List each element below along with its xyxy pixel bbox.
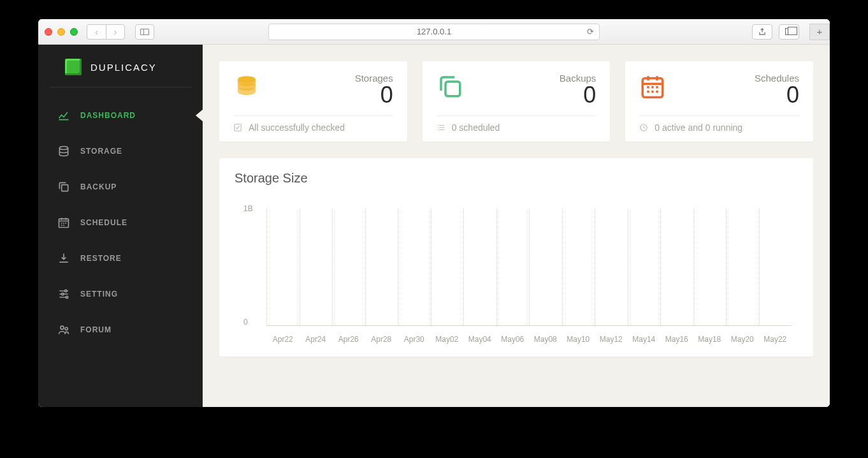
title-bar: ‹ › 127.0.0.1 ⟳ + xyxy=(38,19,830,45)
svg-point-7 xyxy=(65,327,68,330)
x-tick: Apr30 xyxy=(398,335,431,344)
address-bar[interactable]: 127.0.0.1 ⟳ xyxy=(268,24,600,40)
sidebar-item-label: BACKUP xyxy=(80,182,117,191)
x-tick: May18 xyxy=(693,335,727,344)
sidebar-item-setting[interactable]: SETTING xyxy=(38,276,203,312)
sidebar-item-label: SCHEDULE xyxy=(80,218,127,227)
window-controls xyxy=(45,28,78,36)
card-schedules: Schedules 0 0 active and 0 running xyxy=(625,61,813,142)
users-icon xyxy=(57,323,70,336)
url-text: 127.0.0.1 xyxy=(417,27,451,36)
card-footer-text: 0 scheduled xyxy=(452,122,500,133)
card-footer: 0 scheduled xyxy=(437,122,597,133)
svg-point-5 xyxy=(66,296,68,298)
sidebar-toggle-button[interactable] xyxy=(135,24,154,40)
svg-point-6 xyxy=(61,326,64,329)
sidebar-item-label: DASHBOARD xyxy=(80,111,136,120)
brand-logo-icon xyxy=(65,59,82,75)
sliders-icon xyxy=(57,288,70,300)
coins-icon xyxy=(233,73,260,100)
zoom-window-button[interactable] xyxy=(70,28,78,36)
download-icon xyxy=(57,252,70,265)
brand-name: DUPLICACY xyxy=(90,62,157,73)
x-tick: May04 xyxy=(463,335,496,344)
storage-size-panel: Storage Size 1B 0 Apr22 Apr24 Apr26 xyxy=(219,158,813,357)
divider xyxy=(639,115,799,116)
svg-point-0 xyxy=(59,147,68,150)
nav-buttons: ‹ › xyxy=(87,24,125,40)
card-footer: All successfully checked xyxy=(233,122,393,133)
sidebar-item-label: RESTORE xyxy=(80,254,122,263)
share-icon xyxy=(758,27,767,36)
card-footer: 0 active and 0 running xyxy=(639,122,799,133)
browser-window: ‹ › 127.0.0.1 ⟳ + DUP xyxy=(38,19,830,407)
x-tick: May06 xyxy=(496,335,530,344)
x-tick: May22 xyxy=(759,335,792,344)
chart-grid xyxy=(266,209,792,326)
card-footer-text: 0 active and 0 running xyxy=(655,122,742,133)
minimize-window-button[interactable] xyxy=(57,28,65,36)
sidebar-item-label: SETTING xyxy=(80,290,118,299)
toolbar-right: + xyxy=(752,24,823,40)
share-button[interactable] xyxy=(752,24,772,40)
reload-icon[interactable]: ⟳ xyxy=(587,27,594,36)
x-tick: May10 xyxy=(562,335,595,344)
app-body: DUPLICACY DASHBOARD STORAGE xyxy=(38,45,830,407)
card-value: 0 xyxy=(560,84,597,107)
svg-point-4 xyxy=(62,293,64,295)
x-tick: May14 xyxy=(628,335,661,344)
x-tick: Apr22 xyxy=(266,335,300,344)
sidebar-item-forum[interactable]: FORUM xyxy=(38,312,203,348)
x-tick: Apr24 xyxy=(300,335,333,344)
svg-rect-10 xyxy=(445,82,460,96)
main-content: Storages 0 All successfully checked xyxy=(203,45,830,407)
sidebar-item-storage[interactable]: STORAGE xyxy=(38,133,203,169)
tabs-button[interactable] xyxy=(779,24,799,40)
sidebar-item-backup[interactable]: BACKUP xyxy=(38,169,203,205)
sidebar-item-restore[interactable]: RESTORE xyxy=(38,240,203,276)
brand: DUPLICACY xyxy=(50,45,191,87)
chart-line-icon xyxy=(57,109,70,122)
back-button[interactable]: ‹ xyxy=(87,24,106,40)
card-backups: Backups 0 0 scheduled xyxy=(423,61,611,142)
x-tick: May02 xyxy=(431,335,464,344)
copy-icon xyxy=(437,73,463,100)
sidebar-item-dashboard[interactable]: DASHBOARD xyxy=(38,98,203,133)
check-square-icon xyxy=(233,123,242,132)
copy-icon xyxy=(57,181,70,193)
card-footer-text: All successfully checked xyxy=(249,122,345,133)
sidebar-icon xyxy=(140,29,149,35)
x-tick: Apr28 xyxy=(365,335,398,344)
divider xyxy=(233,115,393,116)
x-axis-labels: Apr22 Apr24 Apr26 Apr28 Apr30 May02 May0… xyxy=(266,335,792,344)
card-value: 0 xyxy=(355,84,393,107)
card-value: 0 xyxy=(755,84,799,107)
sidebar-item-schedule[interactable]: SCHEDULE xyxy=(38,205,203,240)
panel-title: Storage Size xyxy=(235,171,798,186)
sidebar-menu: DASHBOARD STORAGE BACKUP xyxy=(38,87,203,348)
x-tick: Apr26 xyxy=(332,335,365,344)
svg-point-3 xyxy=(65,290,67,292)
list-icon xyxy=(437,123,445,132)
sidebar-item-label: STORAGE xyxy=(80,147,122,156)
x-tick: May20 xyxy=(726,335,759,344)
sidebar-item-label: FORUM xyxy=(80,325,112,334)
close-window-button[interactable] xyxy=(45,28,52,36)
x-tick: May12 xyxy=(595,335,628,344)
forward-button[interactable]: › xyxy=(106,24,125,40)
summary-cards: Storages 0 All successfully checked xyxy=(219,61,813,142)
x-tick: May08 xyxy=(529,335,562,344)
calendar-icon xyxy=(57,216,70,229)
storage-size-chart: 1B 0 Apr22 Apr24 Apr26 Apr28 Apr30 xyxy=(266,197,792,357)
new-tab-button[interactable]: + xyxy=(809,24,830,40)
y-tick: 1B xyxy=(243,204,253,213)
calendar-icon xyxy=(639,73,666,100)
svg-rect-1 xyxy=(62,185,68,191)
card-storages: Storages 0 All successfully checked xyxy=(219,61,407,142)
x-tick: May16 xyxy=(660,335,693,344)
tabs-icon xyxy=(785,28,793,35)
divider xyxy=(437,115,597,116)
y-tick: 0 xyxy=(243,318,248,327)
sidebar: DUPLICACY DASHBOARD STORAGE xyxy=(38,45,203,407)
clock-icon xyxy=(639,123,648,132)
